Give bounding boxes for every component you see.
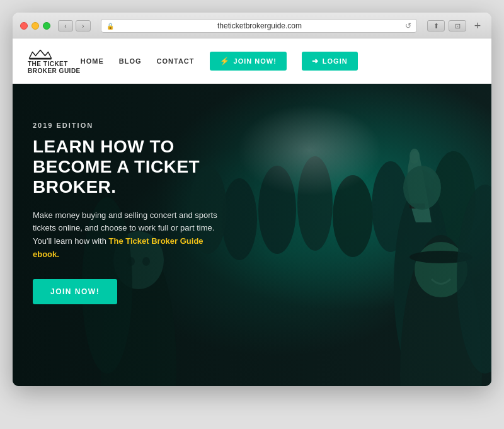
logo-line1: THE TICKET [28, 60, 81, 67]
nav-buttons: ‹ › [58, 20, 91, 31]
reload-button[interactable]: ↺ [405, 21, 411, 30]
login-button[interactable]: ➜ LOGIN [302, 52, 358, 71]
lock-icon: 🔒 [106, 23, 114, 30]
hero-edition: 2019 EDITION [33, 122, 232, 129]
hero-description: Make money buying and selling concert an… [33, 209, 232, 261]
svg-marker-0 [30, 50, 52, 58]
hero-title: LEARN HOW TO BECOME A TICKET BROKER. [33, 137, 232, 198]
nav-contact[interactable]: CONTACT [157, 57, 195, 65]
nav-blog[interactable]: BLOG [119, 57, 142, 65]
svg-rect-1 [30, 58, 52, 60]
site-header: THE TICKET BROKER GUIDE HOME BLOG CONTAC… [13, 38, 491, 84]
website-content: THE TICKET BROKER GUIDE HOME BLOG CONTAC… [13, 38, 491, 386]
login-icon: ➜ [312, 57, 319, 66]
browser-titlebar: ‹ › 🔒 theticketbrokerguide.com ↺ ⬆ ⊡ + [13, 13, 491, 38]
address-bar[interactable]: 🔒 theticketbrokerguide.com ↺ [101, 19, 417, 33]
minimize-button[interactable] [32, 22, 39, 30]
hero-section: 2019 EDITION LEARN HOW TO BECOME A TICKE… [13, 84, 491, 386]
logo-crown-icon [28, 48, 53, 60]
logo-line2: BROKER GUIDE [28, 67, 81, 74]
share-button[interactable]: ⬆ [427, 20, 445, 31]
login-label: LOGIN [323, 57, 348, 65]
nav-home[interactable]: HOME [81, 57, 104, 65]
join-now-button[interactable]: ⚡ JOIN NOW! [210, 52, 287, 71]
close-button[interactable] [20, 22, 28, 30]
url-text: theticketbrokerguide.com [118, 21, 401, 30]
bookmark-button[interactable]: ⊡ [449, 20, 466, 31]
lightning-icon: ⚡ [220, 57, 230, 66]
hero-content: 2019 EDITION LEARN HOW TO BECOME A TICKE… [13, 84, 252, 329]
join-now-label: JOIN NOW! [234, 57, 277, 65]
browser-actions: ⬆ ⊡ [427, 20, 466, 31]
main-nav: HOME BLOG CONTACT ⚡ JOIN NOW! ➜ LOGIN [81, 52, 358, 71]
back-button[interactable]: ‹ [58, 20, 73, 31]
browser-window: ‹ › 🔒 theticketbrokerguide.com ↺ ⬆ ⊡ + T… [13, 13, 491, 386]
new-tab-button[interactable]: + [471, 20, 484, 32]
traffic-lights [20, 22, 50, 30]
logo: THE TICKET BROKER GUIDE [28, 48, 81, 74]
hero-join-button[interactable]: JOIN NOW! [33, 279, 117, 304]
maximize-button[interactable] [43, 22, 50, 30]
forward-button[interactable]: › [76, 20, 91, 31]
